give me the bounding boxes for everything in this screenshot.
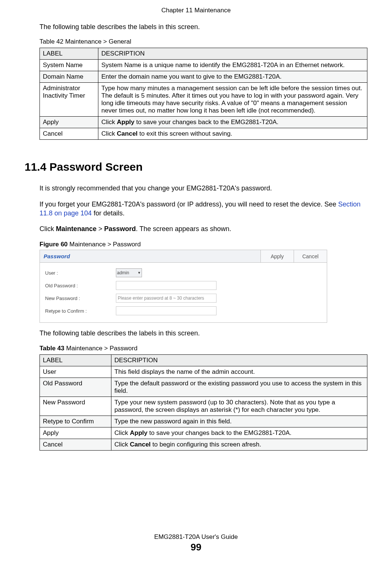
figure-body: User : admin ▼ Old Password : New Passwo… bbox=[40, 263, 327, 322]
figure-header: Password Apply Cancel bbox=[40, 250, 327, 263]
cell-label: New Password bbox=[40, 397, 111, 416]
old-password-input[interactable] bbox=[116, 281, 216, 290]
table-header-label: LABEL bbox=[40, 354, 111, 366]
intro-text: The following table describes the labels… bbox=[39, 22, 367, 31]
cell-label: Apply bbox=[40, 117, 98, 128]
cell-desc: Click Apply to save your changes back to… bbox=[98, 117, 367, 128]
table-row: New Password Type your new system passwo… bbox=[40, 397, 367, 416]
paragraph: It is strongly recommended that you chan… bbox=[39, 184, 367, 193]
old-password-label: Old Password : bbox=[45, 283, 116, 288]
cell-desc: Enter the domain name you want to give t… bbox=[98, 71, 367, 83]
table-row: Domain Name Enter the domain name you wa… bbox=[40, 71, 367, 83]
retype-password-label: Retype to Confirm : bbox=[45, 308, 116, 314]
chevron-down-icon: ▼ bbox=[137, 271, 141, 275]
paragraph: Click Maintenance > Password. The screen… bbox=[39, 224, 367, 233]
user-label: User : bbox=[45, 270, 116, 276]
table-43: LABEL DESCRIPTION User This field displa… bbox=[39, 354, 367, 451]
table-42-caption: Table 42 Maintenance > General bbox=[39, 38, 367, 45]
page-number: 99 bbox=[0, 542, 392, 553]
figure-screenshot: Password Apply Cancel User : admin ▼ Old… bbox=[39, 250, 327, 323]
cell-desc: Click Cancel to begin configuring this s… bbox=[111, 439, 367, 450]
cell-desc: This field displays the name of the admi… bbox=[111, 366, 367, 378]
table-row: User This field displays the name of the… bbox=[40, 366, 367, 378]
table-42: LABEL DESCRIPTION System Name System Nam… bbox=[39, 48, 367, 140]
footer-guide-title: EMG2881-T20A User's Guide bbox=[0, 533, 392, 541]
cell-desc: Type your new system password (up to 30 … bbox=[111, 397, 367, 416]
table-row: Retype to Confirm Type the new password … bbox=[40, 416, 367, 427]
table-row: Administrator Inactivity Timer Type how … bbox=[40, 83, 367, 117]
user-select-value: admin bbox=[117, 270, 129, 275]
paragraph: If you forget your EMG2881-T20A's passwo… bbox=[39, 200, 367, 218]
cell-label: Domain Name bbox=[40, 71, 98, 83]
cell-label: Cancel bbox=[40, 128, 98, 140]
table-header-label: LABEL bbox=[40, 48, 98, 60]
figure-caption: Figure 60 Maintenance > Password bbox=[39, 241, 367, 248]
table-row: Cancel Click Cancel to exit this screen … bbox=[40, 128, 367, 140]
retype-password-input[interactable] bbox=[116, 306, 216, 315]
cell-label: User bbox=[40, 366, 111, 378]
cell-label: Administrator Inactivity Timer bbox=[40, 83, 98, 117]
table-row: System Name System Name is a unique name… bbox=[40, 60, 367, 71]
cell-label: Apply bbox=[40, 427, 111, 439]
apply-button[interactable]: Apply bbox=[260, 250, 294, 262]
table-header-description: DESCRIPTION bbox=[98, 48, 367, 60]
intro-text: The following table describes the labels… bbox=[39, 329, 367, 338]
new-password-label: New Password : bbox=[45, 296, 116, 301]
table-row: Apply Click Apply to save your changes b… bbox=[40, 427, 367, 439]
cell-desc: Type the new password again in this fiel… bbox=[111, 416, 367, 427]
new-password-input[interactable]: Please enter password at 8 ~ 30 characte… bbox=[116, 294, 216, 303]
table-row: Old Password Type the default password o… bbox=[40, 378, 367, 397]
cell-label: System Name bbox=[40, 60, 98, 71]
page-footer: EMG2881-T20A User's Guide 99 bbox=[0, 533, 392, 553]
table-row: Apply Click Apply to save your changes b… bbox=[40, 117, 367, 128]
cancel-button[interactable]: Cancel bbox=[294, 250, 327, 262]
cell-label: Old Password bbox=[40, 378, 111, 397]
chapter-header: Chapter 11 Maintenance bbox=[0, 0, 392, 22]
cell-label: Cancel bbox=[40, 439, 111, 450]
table-43-caption: Table 43 Maintenance > Password bbox=[39, 345, 367, 352]
cell-desc: Type the default password or the existin… bbox=[111, 378, 367, 397]
user-select[interactable]: admin ▼ bbox=[116, 268, 142, 277]
table-header-description: DESCRIPTION bbox=[111, 354, 367, 366]
cell-desc: Click Cancel to exit this screen without… bbox=[98, 128, 367, 140]
table-row: Cancel Click Cancel to begin configuring… bbox=[40, 439, 367, 450]
cell-desc: Click Apply to save your changes back to… bbox=[111, 427, 367, 439]
cell-desc: System Name is a unique name to identify… bbox=[98, 60, 367, 71]
cell-label: Retype to Confirm bbox=[40, 416, 111, 427]
cell-desc: Type how many minutes a management sessi… bbox=[98, 83, 367, 117]
section-heading: 11.4 Password Screen bbox=[25, 161, 367, 173]
panel-title: Password bbox=[40, 250, 260, 262]
